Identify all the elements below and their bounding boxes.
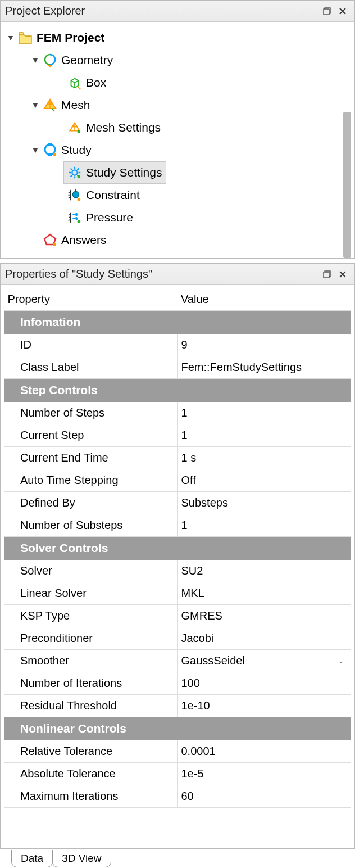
- tab-data[interactable]: Data: [11, 850, 53, 867]
- properties-title: Properties of "Study Settings": [5, 268, 318, 281]
- col-value: Value: [178, 288, 351, 311]
- tree-item-box[interactable]: Box: [3, 71, 354, 94]
- explorer-title: Project Explorer: [5, 4, 318, 17]
- folder-icon: [17, 30, 33, 46]
- prop-key: ID: [4, 334, 178, 356]
- prop-key: Residual Threshold: [4, 695, 178, 717]
- prop-key: Relative Tolerance: [4, 740, 178, 763]
- chevron-down-icon[interactable]: ⌄: [338, 657, 347, 665]
- answers-icon: [42, 232, 58, 248]
- explorer-header: Project Explorer: [1, 1, 354, 22]
- box-icon: [67, 75, 83, 91]
- prop-value[interactable]: Off: [178, 469, 351, 492]
- scrollbar[interactable]: [343, 112, 351, 258]
- tree-label: Geometry: [61, 53, 113, 67]
- prop-value[interactable]: 1: [178, 424, 351, 447]
- svg-point-5: [45, 144, 55, 155]
- section-nonlinear-controls: Nonlinear Controls: [4, 717, 351, 740]
- mesh-icon: [42, 97, 58, 113]
- svg-point-3: [79, 88, 81, 90]
- study-settings-icon: [67, 165, 83, 180]
- tree-label: Box: [86, 76, 106, 89]
- prop-value[interactable]: 1 s: [178, 447, 351, 469]
- svg-rect-16: [324, 272, 329, 278]
- svg-point-4: [78, 130, 81, 134]
- prop-value[interactable]: 60: [178, 785, 351, 808]
- properties-table: Property Value Infomation ID9 Class Labe…: [4, 288, 351, 808]
- prop-key: Maximum Iterations: [4, 785, 178, 808]
- tree-item-constraint[interactable]: Constraint: [3, 184, 354, 206]
- prop-value[interactable]: Substeps: [178, 492, 351, 514]
- prop-value[interactable]: 9: [178, 334, 351, 356]
- select-value: GaussSeidel: [181, 654, 245, 667]
- tree-label: Constraint: [86, 188, 140, 202]
- tab-3d-view[interactable]: 3D View: [52, 850, 111, 867]
- svg-point-11: [72, 192, 79, 198]
- prop-value[interactable]: SU2: [178, 560, 351, 582]
- geometry-icon: [42, 52, 58, 68]
- svg-point-10: [78, 175, 81, 179]
- prop-value[interactable]: Fem::FemStudySettings: [178, 356, 351, 379]
- prop-key: Number of Steps: [4, 402, 178, 424]
- restore-icon[interactable]: [320, 4, 334, 19]
- tree-label: FEM Project: [37, 31, 104, 44]
- tree-label: Study Settings: [86, 166, 162, 179]
- prop-value[interactable]: Jacobi: [178, 627, 351, 650]
- tree-item-mesh[interactable]: ▼ Mesh: [3, 94, 354, 116]
- prop-key: KSP Type: [4, 605, 178, 627]
- svg-point-13: [78, 220, 81, 224]
- tree-item-answers[interactable]: Answers: [3, 229, 354, 251]
- prop-key: Smoother: [4, 650, 178, 672]
- constraint-icon: [67, 187, 83, 203]
- chevron-down-icon[interactable]: ▼: [5, 33, 16, 42]
- tree-label: Pressure: [86, 211, 133, 224]
- tree-label: Answers: [61, 233, 107, 247]
- study-icon: [42, 142, 58, 158]
- svg-rect-1: [324, 9, 329, 15]
- prop-key: Defined By: [4, 492, 178, 514]
- properties-panel: Properties of "Study Settings" Property …: [0, 263, 355, 849]
- prop-key: Auto Time Stepping: [4, 469, 178, 492]
- tree-body: ▼ FEM Project ▼ Geometry Box ▼ Mesh: [1, 22, 354, 258]
- prop-value[interactable]: GMRES: [178, 605, 351, 627]
- prop-key: Current End Time: [4, 447, 178, 469]
- section-solver-controls: Solver Controls: [4, 537, 351, 560]
- tree-item-study-settings[interactable]: Study Settings: [63, 161, 166, 184]
- tree-item-mesh-settings[interactable]: Mesh Settings: [3, 116, 354, 139]
- bottom-tabs: Data 3D View: [0, 849, 355, 868]
- chevron-down-icon[interactable]: ▼: [30, 101, 41, 110]
- svg-point-14: [53, 243, 56, 246]
- prop-value-select[interactable]: GaussSeidel ⌄: [178, 650, 351, 672]
- prop-value[interactable]: MKL: [178, 582, 351, 605]
- prop-value[interactable]: 1: [178, 514, 351, 537]
- prop-value[interactable]: 1e-5: [178, 763, 351, 785]
- svg-rect-7: [48, 153, 52, 156]
- close-icon[interactable]: [335, 4, 350, 19]
- svg-point-9: [72, 170, 77, 175]
- tree-item-project[interactable]: ▼ FEM Project: [3, 26, 354, 49]
- tree-item-geometry[interactable]: ▼ Geometry: [3, 49, 354, 71]
- properties-header: Properties of "Study Settings": [1, 264, 354, 285]
- chevron-down-icon[interactable]: ▼: [30, 56, 41, 65]
- svg-rect-6: [48, 143, 52, 146]
- prop-key: Number of Iterations: [4, 672, 178, 695]
- prop-value[interactable]: 1e-10: [178, 695, 351, 717]
- prop-value[interactable]: 0.0001: [178, 740, 351, 763]
- svg-point-12: [78, 198, 81, 201]
- tree-label: Mesh: [61, 98, 90, 112]
- prop-key: Solver: [4, 560, 178, 582]
- prop-value[interactable]: 100: [178, 672, 351, 695]
- restore-icon[interactable]: [320, 267, 334, 282]
- close-icon[interactable]: [335, 267, 350, 282]
- prop-key: Linear Solver: [4, 582, 178, 605]
- prop-value[interactable]: 1: [178, 402, 351, 424]
- tree-item-study[interactable]: ▼ Study: [3, 139, 354, 161]
- svg-point-8: [53, 153, 56, 156]
- project-explorer-panel: Project Explorer ▼ FEM Project ▼ Geometr…: [0, 0, 355, 259]
- prop-key: Current Step: [4, 424, 178, 447]
- chevron-down-icon[interactable]: ▼: [30, 146, 41, 155]
- section-step-controls: Step Controls: [4, 379, 351, 402]
- col-property: Property: [4, 288, 178, 311]
- tree-item-pressure[interactable]: Pressure: [3, 206, 354, 229]
- tree-label: Mesh Settings: [86, 121, 161, 134]
